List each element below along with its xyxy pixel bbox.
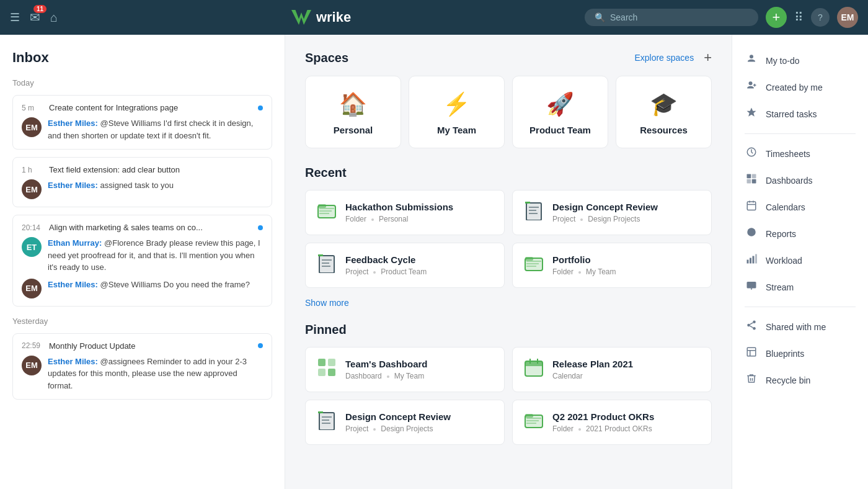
sidebar-item-reports[interactable]: Reports [732,220,868,247]
sidebar-label: Blueprints [766,349,804,359]
item-info: Release Plan 2021 Calendar [552,359,633,380]
recent-item-hackathon[interactable]: Hackathon Submissions Folder Personal [305,190,505,235]
inbox-meta: 5 m Create content for Integrations page [22,103,263,112]
recent-item-design-concept[interactable]: Design Concept Review Project Design Pro… [512,190,712,235]
item-tags: Project Design Projects [345,424,451,433]
svg-rect-12 [525,202,530,204]
sidebar-label: Shared with me [766,322,826,332]
item-parent: Design Projects [373,424,433,433]
pinned-item-dashboard[interactable]: Team's Dashboard Dashboard My Team [305,347,505,392]
center-panel: Spaces Explore spaces + 🏠 Personal ⚡ My … [285,35,732,489]
item-type: Calendar [552,372,583,380]
inbox-body: EM Esther Miles: assigned task to you [22,179,263,199]
inbox-subject: Align with marketing & sales teams on co… [49,223,253,232]
space-card-product-team[interactable]: 🚀 Product Team [512,76,608,148]
show-more-button[interactable]: Show more [305,293,349,313]
recent-item-feedback[interactable]: Feedback Cycle Project Product Team [305,243,505,288]
inbox-meta: 22:59 Monthly Product Update [22,341,263,351]
sidebar-label: Created by me [766,83,823,92]
item-tags: Project Product Team [345,267,427,276]
inbox-body-2: EM Esther Miles: @Steve Williams Do you … [22,279,263,298]
help-button[interactable]: ? [811,8,830,27]
sidebar-item-starred[interactable]: Starred tasks [732,101,868,127]
sidebar-item-dashboards[interactable]: Dashboards [732,167,868,194]
svg-rect-28 [328,369,335,376]
search-bar[interactable]: 🔍 Search [585,9,758,26]
grid-icon[interactable]: ⠿ [794,10,804,25]
inbox-button[interactable]: ✉ 11 [27,7,43,27]
item-tags: Project Design Projects [552,215,658,223]
item-info: Design Concept Review Project Design Pro… [552,202,658,223]
pinned-header: Pinned [305,323,712,337]
spaces-title: Spaces [305,51,348,65]
stream-icon [745,280,758,294]
sidebar-label: Stream [766,282,794,292]
space-card-personal[interactable]: 🏠 Personal [305,76,401,148]
item-parent: My Team [387,372,424,380]
recent-item-portfolio[interactable]: Portfolio Folder My Team [512,243,712,288]
add-button[interactable]: + [766,7,787,28]
avatar[interactable]: EM [837,7,858,28]
inbox-item[interactable]: 5 m Create content for Integrations page… [12,95,272,150]
sidebar-item-workload[interactable]: Workload [732,247,868,274]
svg-rect-11 [529,213,538,214]
space-card-my-team[interactable]: ⚡ My Team [409,76,505,148]
svg-rect-72 [747,348,756,356]
svg-rect-15 [322,259,332,261]
item-info: Hackathon Submissions Folder Personal [345,202,453,223]
sidebar-item-recycle-bin[interactable]: Recycle bin [732,367,868,393]
sidebar-item-my-todo[interactable]: My to-do [732,47,868,74]
search-icon: 🔍 [595,12,605,22]
svg-point-67 [753,321,756,324]
item-info: Portfolio Folder My Team [552,254,616,276]
logo: wrike [291,9,351,25]
trash-icon [745,373,758,387]
add-space-button[interactable]: + [704,50,712,66]
inbox-item[interactable]: 1 h Text field extension: add clear butt… [12,157,272,207]
space-card-resources[interactable]: 🎓 Resources [616,76,712,148]
home-icon[interactable]: ⌂ [50,11,58,25]
svg-rect-39 [318,411,323,413]
item-info: Team's Dashboard Dashboard My Team [345,359,428,380]
recent-header: Recent [305,166,712,180]
dashboard-icon [745,173,758,187]
sidebar-item-calendars[interactable]: Calendars [732,194,868,220]
share-icon [745,320,758,334]
person-add-icon [745,80,758,94]
svg-rect-54 [747,179,751,184]
item-tags: Folder 2021 Product OKRs [552,424,654,433]
explore-spaces-link[interactable]: Explore spaces [634,53,694,63]
pinned-item-release-plan[interactable]: Release Plan 2021 Calendar [512,347,712,392]
svg-rect-13 [319,256,334,273]
sidebar-divider [745,307,856,307]
svg-rect-7 [526,203,541,220]
sidebar-label: Reports [766,229,796,239]
pinned-title: Pinned [305,323,347,337]
item-info: Design Concept Review Project Design Pro… [345,411,451,433]
inbox-panel: Inbox Today 5 m Create content for Integ… [0,35,285,489]
inbox-item[interactable]: 22:59 Monthly Product Update EM Esther M… [12,333,272,400]
project-icon [317,410,337,434]
svg-rect-6 [319,213,329,214]
sidebar-item-blueprints[interactable]: Blueprints [732,340,868,367]
pinned-item-q2-okrs[interactable]: Q2 2021 Product OKRs Folder 2021 Product… [512,400,712,445]
personal-icon: 🏠 [339,91,367,117]
item-name: Team's Dashboard [345,359,428,369]
sidebar-item-stream[interactable]: Stream [732,274,868,300]
svg-rect-55 [752,179,756,184]
svg-rect-64 [755,254,757,264]
my-team-icon: ⚡ [443,91,471,117]
item-info: Feedback Cycle Project Product Team [345,254,427,276]
sidebar-item-timesheets[interactable]: Timesheets [732,140,868,167]
space-name: Product Team [529,125,591,135]
pinned-item-design-review[interactable]: Design Concept Review Project Design Pro… [305,400,505,445]
menu-icon[interactable]: ☰ [10,11,20,24]
user-avatar: EM [22,117,42,137]
inbox-message: Esther Miles: @assignees Reminder to add… [48,356,263,392]
sidebar-item-shared[interactable]: Shared with me [732,313,868,340]
item-tags: Calendar [552,372,633,380]
folder-icon [524,253,544,277]
sidebar-item-created-by-me[interactable]: Created by me [732,74,868,101]
inbox-item[interactable]: 20:14 Align with marketing & sales teams… [12,215,272,307]
svg-marker-0 [291,10,311,25]
